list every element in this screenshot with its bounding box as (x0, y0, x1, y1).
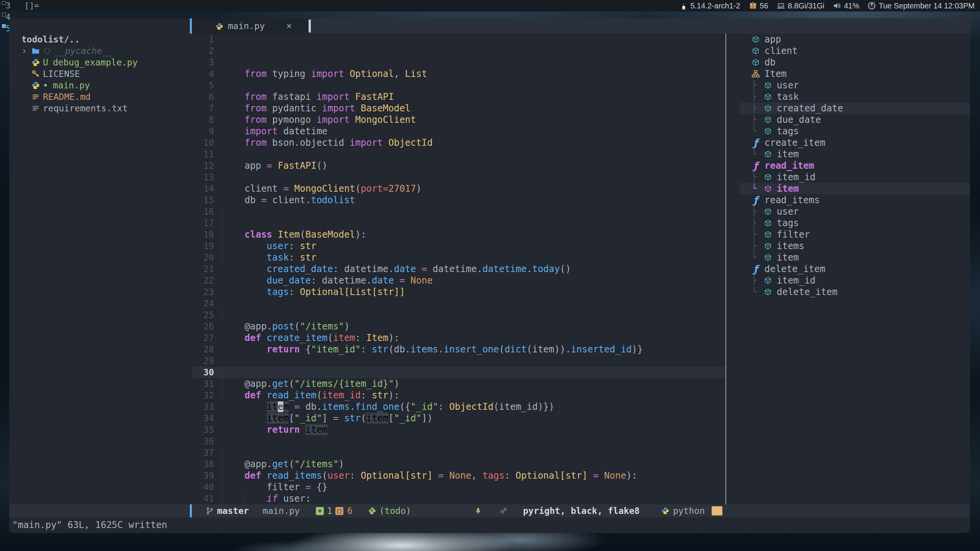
file-item-requirements.txt[interactable]: requirements.txt (9, 103, 190, 114)
code-line-25[interactable]: 25 return {"item_id": str(db.items.inser… (192, 309, 725, 321)
code-line-34[interactable]: 34 (192, 412, 725, 424)
code-line-3[interactable]: 3 from fastapi import FastAPI (192, 57, 725, 68)
code-line-39[interactable]: 39 filter = {"user": user} (192, 470, 725, 481)
line-number: 3 (192, 57, 214, 68)
kernel-text: 5.14.2-arch1-2 (691, 2, 740, 10)
code-line-13[interactable]: 13 (192, 171, 725, 183)
code-line-18[interactable]: 18 created_date: datetime.date = datetim… (192, 229, 725, 240)
python-icon (31, 81, 40, 90)
file-item-README.md[interactable]: README.md (9, 91, 190, 103)
symbol-tags[interactable]: ├ tags (729, 217, 970, 229)
code-line-40[interactable]: 40 if tags: (192, 481, 725, 493)
code-line-21[interactable]: 21 (192, 263, 725, 275)
code-line-5[interactable]: 5 from pymongo import MongoClient (192, 80, 725, 91)
symbol-Item[interactable]: Item (729, 68, 970, 80)
layout-symbol[interactable]: []= (24, 1, 39, 10)
file-item-debug_example.py[interactable]: U debug_example.py (9, 57, 190, 68)
line-number: 21 (192, 263, 214, 275)
code-line-20[interactable]: 20 tags: Optional[List[str]] (192, 252, 725, 263)
symbol-item_id[interactable]: ├ item_id (729, 171, 970, 183)
code-line-16[interactable]: 16 user: str (192, 206, 725, 217)
code-line-29[interactable]: 29 def read_item(item_id: str): (192, 355, 725, 367)
code-line-33[interactable]: 33 (192, 401, 725, 412)
code-line-7[interactable]: 7 from bson.objectid import ObjectId (192, 103, 725, 114)
symbol-tags[interactable]: └ tags (729, 126, 970, 137)
code-line-28[interactable]: 28 @app.get("/items/{item_id}") (192, 344, 725, 355)
code-line-22[interactable]: 22 (192, 275, 725, 286)
symbol-app[interactable]: app (729, 34, 970, 45)
code-line-15[interactable]: 15 class Item(BaseModel): (192, 194, 725, 206)
code-line-19[interactable]: 19 due_date: datetime.date = None (192, 240, 725, 252)
code-line-31[interactable]: 31 item["_id"] = str(item["_id"]) (192, 378, 725, 390)
workspace-tag-3[interactable]: 3 (0, 0, 16, 11)
code-line-27[interactable]: 27 (192, 332, 725, 344)
symbol-items[interactable]: ├ items (729, 240, 970, 252)
symbol-name: create_item (764, 137, 825, 148)
symbol-user[interactable]: ├ user (729, 80, 970, 91)
code-line-9[interactable]: 9 app = FastAPI() (192, 126, 725, 137)
code-editor[interactable]: 1 from typing import Optional, List 2 3 … (192, 34, 725, 504)
tree-connector: ├ (751, 171, 764, 183)
function-icon: ƒ (751, 139, 760, 147)
file-item-LICENSE[interactable]: LICENSE (9, 68, 190, 80)
line-number: 28 (192, 344, 214, 355)
symbol-item[interactable]: └ item (729, 148, 970, 160)
symbol-db[interactable]: db (729, 57, 970, 68)
code-line-8[interactable]: 8 (192, 114, 725, 126)
code-line-14[interactable]: 14 (192, 183, 725, 194)
symbol-filter[interactable]: ├ filter (729, 229, 970, 240)
buffer-tab-main-py[interactable]: main.py × (192, 18, 309, 34)
code-line-2[interactable]: 2 (192, 45, 725, 57)
code-line-37[interactable]: 37 filter = {} (192, 447, 725, 458)
volume-status[interactable]: 41% (833, 2, 859, 10)
symbol-task[interactable]: ├ task (729, 91, 970, 103)
window-separator[interactable] (725, 34, 726, 504)
symbol-due_date[interactable]: ├ due_date (729, 114, 970, 126)
statusline-explorer-segment (9, 504, 190, 517)
indent-guide (222, 229, 223, 240)
speaker-icon (833, 2, 841, 10)
code-line-12[interactable]: 12 db = client.todolist (192, 160, 725, 171)
symbol-create_item[interactable]: ƒ create_item (729, 137, 970, 148)
symbol-created_date[interactable]: ├ created_date (729, 103, 970, 114)
symbol-client[interactable]: client (729, 45, 970, 57)
code-line-26[interactable]: 26 (192, 321, 725, 332)
tab-close-icon[interactable]: × (286, 21, 292, 31)
code-line-32[interactable]: 32 return item (192, 390, 725, 401)
variable-cube-icon (764, 207, 772, 216)
symbol-name: item_id (777, 171, 815, 183)
symbol-item[interactable]: └ item (729, 252, 970, 263)
symbol-name: app (764, 34, 781, 45)
code-line-17[interactable]: 17 task: str (192, 217, 725, 229)
explorer-root-title[interactable]: todolist/.. (9, 34, 190, 45)
indent-guide (222, 390, 223, 401)
file-item-__pycache__[interactable]: › __pycache__ (9, 45, 190, 57)
symbol-delete_item[interactable]: └ delete_item (729, 286, 970, 298)
code-line-41[interactable]: 41 filter = {"tags": tags} (192, 493, 725, 504)
code-line-1[interactable]: 1 from typing import Optional, List (192, 34, 725, 45)
code-line-38[interactable]: 38 if user: (192, 458, 725, 470)
code-line-10[interactable]: 10 (192, 137, 725, 148)
symbol-item[interactable]: └ item (729, 183, 970, 194)
line-number: 24 (192, 298, 214, 309)
symbol-read_item[interactable]: ƒ read_item (729, 160, 970, 171)
symbol-delete_item[interactable]: ƒ delete_item (729, 263, 970, 275)
code-line-4[interactable]: 4 from pydantic import BaseModel (192, 68, 725, 80)
code-line-23[interactable]: 23 @app.post("/items") (192, 286, 725, 298)
code-line-36[interactable]: 36 def read_items(user: Optional[str] = … (192, 435, 725, 447)
file-item-main.py[interactable]: • main.py (9, 80, 190, 91)
code-line-11[interactable]: 11 client = MongoClient(port=27017) (192, 148, 725, 160)
python-icon (368, 507, 376, 515)
symbol-item_id[interactable]: ├ item_id (729, 275, 970, 286)
code-line-30[interactable]: 30 item = db.items.find_one({"_id": Obje… (192, 367, 725, 378)
line-number: 5 (192, 80, 214, 91)
code-line-6[interactable]: 6 import datetime (192, 91, 725, 103)
code-line-24[interactable]: 24 def create_item(item: Item): (192, 298, 725, 309)
indent-guide (222, 217, 223, 229)
file-name: requirements.txt (43, 103, 128, 114)
symbol-user[interactable]: ├ user (729, 206, 970, 217)
line-number: 41 (192, 493, 214, 504)
symbol-read_items[interactable]: ƒ read_items (729, 194, 970, 206)
code-line-35[interactable]: 35 @app.get("/items") (192, 424, 725, 435)
variable-cube-icon (764, 150, 772, 158)
